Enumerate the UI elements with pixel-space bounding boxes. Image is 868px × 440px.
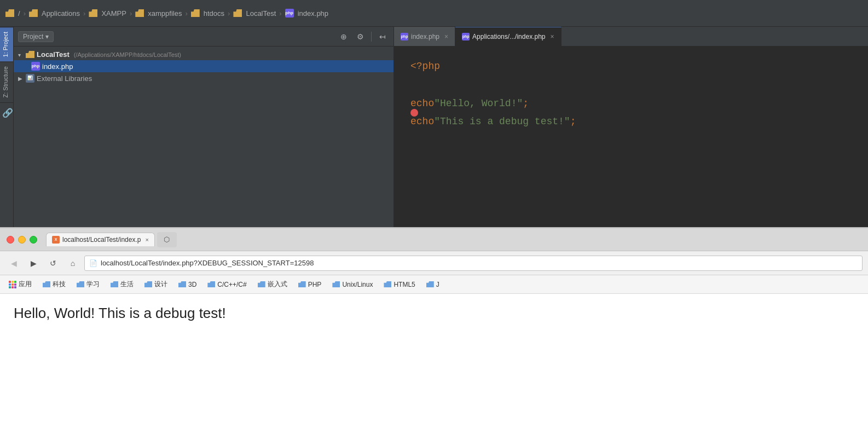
breadcrumb-htdocs[interactable]: htdocs xyxy=(204,9,224,18)
traffic-light-maximize[interactable] xyxy=(30,236,37,244)
tab-label-1: index.php xyxy=(411,33,439,40)
tab-close-2[interactable]: × xyxy=(550,33,554,40)
scope-icon-btn[interactable]: ⊕ xyxy=(337,30,350,43)
tree-folder-icon-root xyxy=(26,51,34,58)
forward-button[interactable]: ▶ xyxy=(25,255,42,271)
bookmark-design[interactable]: 设计 xyxy=(140,278,172,291)
project-dropdown[interactable]: Project ▾ xyxy=(18,31,54,42)
tree-external-libraries[interactable]: ▶ 📊 External Libraries xyxy=(14,72,394,84)
folder-icon-localtest xyxy=(233,9,242,17)
folder-icon-xampp xyxy=(89,9,97,17)
folder-icon-htdocs xyxy=(191,9,200,17)
bookmark-apps[interactable]: 应用 xyxy=(4,278,36,291)
ide-main: 1: Project Z: Structure 🔗 Project ▾ ⊕ ⚙ … xyxy=(0,27,868,227)
breadcrumb-applications[interactable]: Applications xyxy=(42,9,80,18)
bookmark-folder-icon-4 xyxy=(144,281,152,287)
code-semi-2: ; xyxy=(570,113,576,130)
bookmark-life[interactable]: 生活 xyxy=(106,278,138,291)
folder-icon-applications xyxy=(29,9,38,17)
code-editor[interactable]: <?php echo "Hello, World!" ; echo "This … xyxy=(394,47,868,227)
scroll-icon-btn[interactable]: ↤ xyxy=(376,30,389,43)
apps-grid-icon xyxy=(9,281,16,288)
bookmark-folder-icon-1 xyxy=(43,281,50,287)
folder-icon-xamppfiles xyxy=(135,9,144,17)
toolbar-separator xyxy=(371,32,372,42)
browser-window: X localhost/LocalTest/index.p × ⬡ ◀ ▶ ↺ … xyxy=(0,227,868,440)
chevron-down-icon: ▾ xyxy=(45,33,49,40)
bookmark-folder-icon-6 xyxy=(207,281,215,287)
address-bar[interactable]: 📄 localhost/LocalTest/index.php?XDEBUG_S… xyxy=(84,256,863,271)
breadcrumb-root: / xyxy=(18,9,20,18)
tab-php-icon-1: php xyxy=(401,33,408,40)
tree-arrow-root: ▾ xyxy=(18,52,24,57)
tree-ext-label: External Libraries xyxy=(37,74,92,83)
home-button[interactable]: ⌂ xyxy=(65,255,81,271)
code-line-1: <?php xyxy=(410,57,852,75)
browser-content: Hello, World! This is a debug test! xyxy=(0,294,868,440)
bookmark-folder-icon-9 xyxy=(332,281,340,287)
bookmark-html5[interactable]: HTML5 xyxy=(379,279,419,290)
code-line-2: echo "Hello, World!" ; xyxy=(410,95,852,112)
breadcrumb-indexphp[interactable]: index.php xyxy=(298,9,328,18)
page-output: Hello, World! This is a debug test! xyxy=(14,305,226,321)
traffic-light-minimize[interactable] xyxy=(18,236,26,244)
tree-arrow-ext: ▶ xyxy=(18,76,24,81)
folder-icon xyxy=(5,9,14,17)
breadcrumb-xamppfiles[interactable]: xamppfiles xyxy=(148,9,182,18)
php-icon-breadcrumb: php xyxy=(285,9,294,18)
traffic-light-close[interactable] xyxy=(7,236,14,244)
bookmark-embedded[interactable]: 嵌入式 xyxy=(253,278,292,291)
bookmark-folder-icon-11 xyxy=(426,281,434,287)
bookmark-apps-label: 应用 xyxy=(19,280,32,289)
bookmark-html5-label: HTML5 xyxy=(394,281,415,288)
tree-root[interactable]: ▾ LocalTest (/Applications/XAMPP/htdocs/… xyxy=(14,49,394,60)
new-tab-button[interactable]: ⬡ xyxy=(157,232,177,247)
bookmark-study-label: 学习 xyxy=(86,280,100,289)
browser-nav: ◀ ▶ ↺ ⌂ 📄 localhost/LocalTest/index.php?… xyxy=(0,251,868,275)
editor-area: php index.php × php Applications/.../ind… xyxy=(394,27,868,227)
address-icon: 📄 xyxy=(89,259,97,267)
project-tree: ▾ LocalTest (/Applications/XAMPP/htdocs/… xyxy=(14,47,394,227)
browser-tab-close[interactable]: × xyxy=(145,236,148,243)
code-echo-2: echo xyxy=(410,113,434,130)
code-line-3: echo "This is a debug test!" ; xyxy=(410,113,852,130)
bookmark-folder-icon-5 xyxy=(178,281,186,287)
bookmark-php[interactable]: PHP xyxy=(294,279,326,290)
breadcrumb-xampp[interactable]: XAMPP xyxy=(101,9,126,18)
panel-tab-structure[interactable]: Z: Structure xyxy=(0,61,13,102)
bookmark-cpp[interactable]: C/C++/C# xyxy=(203,279,251,290)
bookmark-j-label: J xyxy=(436,281,439,288)
bookmark-design-label: 设计 xyxy=(154,280,167,289)
side-panels: 1: Project Z: Structure 🔗 xyxy=(0,27,14,227)
breadcrumb-localtest[interactable]: LocalTest xyxy=(246,9,276,18)
browser-tab-active[interactable]: X localhost/LocalTest/index.p × xyxy=(46,233,155,246)
bookmark-3d-label: 3D xyxy=(188,281,196,288)
tree-file-indexphp[interactable]: php index.php xyxy=(14,60,394,72)
tab-close-1[interactable]: × xyxy=(444,33,448,40)
editor-tab-applications[interactable]: php Applications/.../index.php × xyxy=(455,27,561,46)
dropdown-label: Project xyxy=(23,33,43,40)
tree-file-label: index.php xyxy=(42,62,73,71)
panel-tab-z[interactable]: 🔗 xyxy=(0,102,13,123)
panel-tab-project[interactable]: 1: Project xyxy=(0,27,13,61)
browser-tabs-bar: X localhost/LocalTest/index.p × ⬡ xyxy=(46,232,177,247)
bookmark-j[interactable]: J xyxy=(422,279,444,290)
bookmark-folder-icon-7 xyxy=(258,281,265,287)
bookmark-3d[interactable]: 3D xyxy=(174,279,201,290)
code-str-2: "This is a debug test!" xyxy=(434,113,570,130)
tab-php-icon-2: php xyxy=(462,33,470,40)
traffic-lights xyxy=(7,236,37,244)
bookmark-study[interactable]: 学习 xyxy=(72,278,104,291)
breadcrumb: / › Applications › XAMPP › xamppfiles › … xyxy=(0,0,868,27)
project-toolbar: Project ▾ ⊕ ⚙ ↤ xyxy=(14,27,394,47)
tree-root-label: LocalTest xyxy=(37,50,70,59)
editor-tab-indexphp[interactable]: php index.php × xyxy=(394,27,455,46)
code-semi-1: ; xyxy=(523,95,529,112)
back-button[interactable]: ◀ xyxy=(5,255,22,271)
bookmark-folder-icon-2 xyxy=(77,281,84,287)
bookmark-tech[interactable]: 科技 xyxy=(38,278,70,291)
settings-icon-btn[interactable]: ⚙ xyxy=(354,30,367,43)
bookmarks-bar: 应用 科技 学习 生活 设计 3D C/C++/C# 嵌入式 xyxy=(0,275,868,294)
reload-button[interactable]: ↺ xyxy=(45,255,61,271)
bookmark-unix[interactable]: Unix/Linux xyxy=(328,279,377,290)
